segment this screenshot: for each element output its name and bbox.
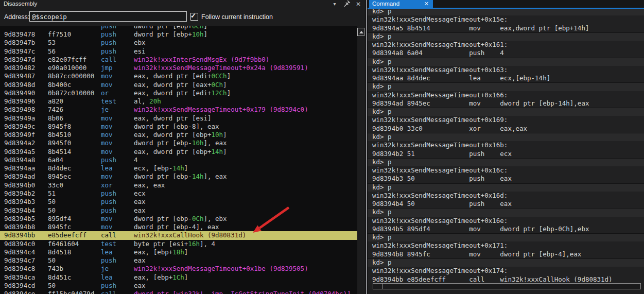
tab-command[interactable]: Command ✕ xyxy=(369,0,433,8)
console-line-header: win32k!xxxSendMessageTimeout+0x15e: xyxy=(368,15,644,24)
disasm-row[interactable]: 9d839482e90a010000jmpwin32k!xxxSendMessa… xyxy=(0,64,357,72)
console-line-header: win32k!xxxSendMessageTimeout+0x16e: xyxy=(368,217,644,225)
disasm-row[interactable]: 9d8394c48d4518leaeax, [ebp+18h] xyxy=(0,248,357,256)
disasm-row[interactable]: 9d83947c56pushesi xyxy=(0,47,357,56)
disasm-row[interactable]: 9d8394b5895df4movdword ptr [ebp-0Ch], eb… xyxy=(0,215,357,223)
console-line-header: win32k!xxxSendMessageTimeout+0x174: xyxy=(368,267,644,275)
disasm-row[interactable]: 9d8394b350pusheax xyxy=(0,198,357,206)
console-line-header: win32k!xxxSendMessageTimeout+0x16d: xyxy=(368,192,644,200)
console-line-instruction: 9d8394b3 50 push eax xyxy=(368,175,644,183)
disasm-row[interactable]: 9d8394c0f6461604testbyte ptr [esi+16h], … xyxy=(0,240,357,248)
disasm-row[interactable]: 9d8394a58b4514moveax, dword ptr [ebp+14h… xyxy=(0,148,357,156)
panel-title: Disassembly xyxy=(4,1,37,7)
console-line-header: win32k!xxxSendMessageTimeout+0x16b: xyxy=(368,141,644,149)
console-line-header: win32k!xxxSendMessageTimeout+0x169: xyxy=(368,116,644,124)
command-panel: Command ✕ kd> pwin32k!xxxSendMessageTime… xyxy=(368,0,644,294)
disasm-row[interactable]: 9d8394b88945fcmovdword ptr [ebp-4], eax xyxy=(0,223,357,231)
disasm-row[interactable]: 9d8394a28945f0movdword ptr [ebp-10h], ea… xyxy=(0,139,357,147)
disasm-row[interactable]: 9d83949f8b4510moveax, dword ptr [ebp+10h… xyxy=(0,131,357,139)
disasm-row[interactable]: 9d83947b53pushebx xyxy=(0,39,357,47)
disasm-row[interactable]: 9d839496a820testal, 20h xyxy=(0,97,357,106)
console-line-header: win32k!xxxSendMessageTimeout+0x16c: xyxy=(368,166,644,175)
disasm-row[interactable]: 9d8394c750pusheax xyxy=(0,256,357,265)
close-icon[interactable]: ✕ xyxy=(354,1,362,8)
console-line-header: win32k!xxxSendMessageTimeout+0x161: xyxy=(368,41,644,49)
follow-checkbox-label: Follow current instruction xyxy=(201,13,273,21)
console-line-instruction: 9d8394ad 8945ec mov dword ptr [ebp-14h],… xyxy=(368,99,644,108)
splitter-line xyxy=(366,0,367,294)
disassembly-scrollbar[interactable] xyxy=(357,26,365,294)
console-line-prompt: kd> p xyxy=(368,158,644,166)
console-line-header: win32k!xxxSendMessageTimeout+0x166: xyxy=(368,91,644,99)
console-line-prompt: kd> p xyxy=(368,9,644,15)
command-output: kd> pwin32k!xxxSendMessageTimeout+0x15e:… xyxy=(368,9,644,290)
console-line-prompt: kd> p xyxy=(368,58,644,66)
disasm-row[interactable]: 9d8394b450pusheax xyxy=(0,206,357,215)
disasm-row[interactable]: 9d8394ca8d451cleaeax, [ebp+1Ch] xyxy=(0,273,357,282)
console-line-prompt: kd> p xyxy=(368,233,644,241)
console-line-instruction: 9d8394b5 895df4 mov dword ptr [ebp-0Ch],… xyxy=(368,225,644,233)
disasm-row[interactable]: 9d8394ceff15bc04079dcalldword ptr [win32… xyxy=(0,290,357,294)
disasm-row[interactable]: 9d83947de82e07fcffcallwin32k!xxxInterSen… xyxy=(0,56,357,64)
disasm-row[interactable]: 9d8394c8743bjewin32k!xxxSendMessageTimeo… xyxy=(0,265,357,273)
scrollbar-up-button[interactable] xyxy=(357,28,364,36)
disasm-row[interactable]: 9d83948d8b400cmoveax, dword ptr [eax+0Ch… xyxy=(0,81,357,89)
console-line-prompt: kd> p xyxy=(368,108,644,116)
disassembly-panel: Disassembly ▾ ✕ Address: ✓ Follow curren… xyxy=(0,0,365,294)
tab-label: Command xyxy=(372,1,399,7)
disassembly-listing: pushdword ptr [ebp+0Ch]9d839478ff7510pus… xyxy=(0,26,357,294)
console-line-instruction: 9d8394b8 8945fc mov dword ptr [ebp-4],ea… xyxy=(368,250,644,258)
console-line-instruction: 9d8394b2 51 push ecx xyxy=(368,150,644,158)
disasm-row[interactable]: 9d8394b033c0xoreax, eax xyxy=(0,181,357,189)
tab-close-icon[interactable]: ✕ xyxy=(424,1,429,7)
disasm-row-current[interactable]: 9d8394bbe85deefcffcallwin32k!xxxCallHook… xyxy=(0,231,357,239)
console-line-header: win32k!xxxSendMessageTimeout+0x171: xyxy=(368,241,644,250)
disasm-row[interactable]: 9d8394cd50pusheax xyxy=(0,282,357,290)
command-input-prompt-cell xyxy=(382,284,383,289)
checkmark-icon: ✓ xyxy=(190,12,196,20)
console-line-prompt: kd> p xyxy=(368,183,644,192)
disasm-row[interactable]: 9d8394900b872c010000oreax, dword ptr [ed… xyxy=(0,89,357,97)
address-input[interactable] xyxy=(29,11,187,22)
disasm-row[interactable]: 9d83949c8945f8movdword ptr [ebp-8], eax xyxy=(0,123,357,131)
console-line-instruction: 9d8394a5 8b4514 mov eax,dword ptr [ebp+1… xyxy=(368,24,644,32)
disasm-row[interactable]: 9d8394aa8d4decleaecx, [ebp-14h] xyxy=(0,164,357,172)
address-label: Address: xyxy=(4,13,29,21)
console-line-header: win32k!xxxSendMessageTimeout+0x163: xyxy=(368,66,644,74)
disassembly-title-bar: Disassembly ▾ ✕ xyxy=(0,0,365,8)
disasm-row[interactable]: 9d8394ad8945ecmovdword ptr [ebp-14h], ea… xyxy=(0,172,357,181)
dropdown-caret-icon[interactable]: ▾ xyxy=(330,1,339,8)
console-line-instruction: 9d8394aa 8d4dec lea ecx,[ebp-14h] xyxy=(368,74,644,82)
disassembly-toolbar: Address: ✓ Follow current instruction xyxy=(0,8,365,26)
pin-icon[interactable] xyxy=(343,0,351,7)
up-arrow-icon xyxy=(359,31,363,33)
console-line-prompt: kd> p xyxy=(368,32,644,41)
command-tab-bar: Command ✕ xyxy=(368,0,644,8)
disasm-row[interactable]: 9d839478ff7510pushdword ptr [ebp+10h] xyxy=(0,30,357,39)
disasm-row[interactable]: pushdword ptr [ebp+0Ch] xyxy=(0,26,357,30)
console-line-instruction: 9d8394bb e85deefcff call win32k!xxxCallH… xyxy=(368,275,644,284)
console-line-instruction: 9d8394a8 6a04 push 4 xyxy=(368,49,644,57)
console-line-prompt: kd> p xyxy=(368,133,644,141)
follow-current-instruction-checkbox[interactable]: ✓ xyxy=(190,13,198,21)
disasm-row[interactable]: 9d8394a86a04push4 xyxy=(0,156,357,164)
console-line-instruction: 9d8394b4 50 push eax xyxy=(368,200,644,208)
console-line-prompt: kd> p xyxy=(368,208,644,216)
disasm-row[interactable]: 9d8394987426jewin32k!xxxSendMessageTimeo… xyxy=(0,106,357,114)
console-line-instruction: 9d8394b0 33c0 xor eax,eax xyxy=(368,125,644,133)
disasm-row[interactable]: 9d83949a8b06moveax, dword ptr [esi] xyxy=(0,114,357,123)
console-line-prompt: kd> p xyxy=(368,82,644,91)
disasm-row[interactable]: 9d8394878b87cc000000moveax, dword ptr [e… xyxy=(0,72,357,80)
command-input[interactable] xyxy=(373,283,641,289)
console-line-prompt: kd> p xyxy=(368,258,644,267)
disasm-row[interactable]: 9d8394b251pushecx xyxy=(0,189,357,198)
